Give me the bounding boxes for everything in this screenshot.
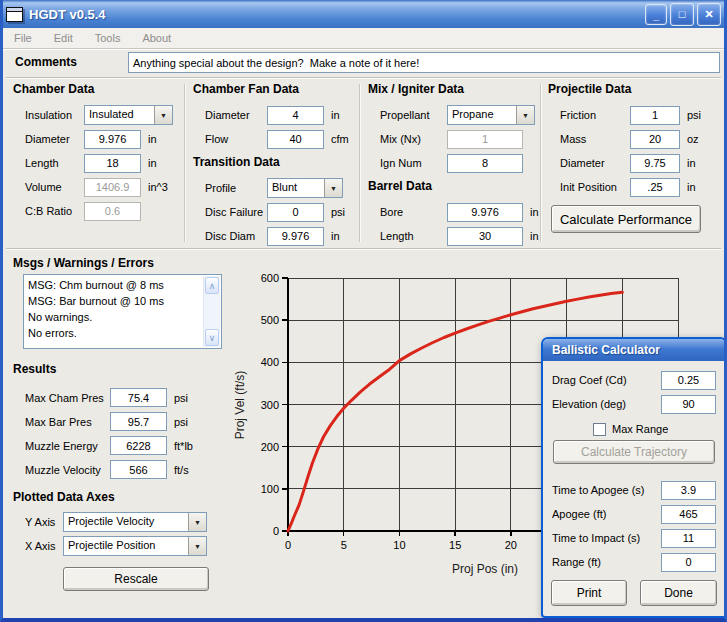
init-position-input[interactable]: .25	[630, 178, 680, 197]
muzzle-energy-row: Muzzle Energy 6228 ft*lb	[13, 436, 228, 455]
svg-text:400: 400	[261, 356, 279, 368]
range-output: 0	[661, 553, 716, 572]
time-to-apogee-row: Time to Apogee (s) 3.9	[552, 480, 716, 500]
divider	[6, 77, 721, 79]
print-button[interactable]: Print	[551, 580, 627, 606]
mix-nx-output: 1	[447, 130, 523, 149]
fan-diameter-input[interactable]: 4	[267, 106, 324, 125]
barrel-data-title: Barrel Data	[368, 179, 540, 193]
dialog-title-bar: Ballistic Calculator	[543, 339, 725, 361]
chamber-diameter-row: Diameter 9.976 in	[13, 129, 185, 149]
disc-failure-input[interactable]: 0	[267, 203, 324, 222]
fan-flow-input[interactable]: 40	[267, 130, 324, 149]
friction-input[interactable]: 1	[630, 106, 680, 125]
chamber-fan-title: Chamber Fan Data	[193, 82, 361, 96]
chamber-diameter-input[interactable]: 9.976	[84, 130, 141, 149]
app-icon	[6, 7, 23, 22]
chamber-length-row: Length 18 in	[13, 153, 185, 173]
chamber-length-input[interactable]: 18	[84, 154, 141, 173]
close-button[interactable]: ✕	[697, 3, 721, 26]
menu-edit[interactable]: Edit	[43, 32, 84, 44]
apogee-output: 465	[661, 505, 716, 524]
insulation-label: Insulation	[13, 109, 84, 121]
max-range-checkbox[interactable]	[593, 423, 606, 436]
mix-igniter-title: Mix / Igniter Data	[368, 82, 540, 96]
section-separator	[540, 84, 542, 242]
muzzle-velocity-row: Muzzle Velocity 566 ft/s	[13, 460, 228, 479]
comments-label: Comments	[15, 55, 77, 69]
elevation-input[interactable]: 90	[661, 395, 716, 414]
svg-text:100: 100	[261, 483, 279, 495]
chamber-data-section: Chamber Data Insulation Insulated ▼ Diam…	[13, 82, 185, 225]
disc-diam-input[interactable]: 9.976	[267, 227, 324, 246]
drag-coef-input[interactable]: 0.25	[661, 371, 716, 390]
ign-num-input[interactable]: 8	[447, 154, 523, 173]
messages-title: Msgs / Warnings / Errors	[13, 256, 154, 270]
menu-about[interactable]: About	[131, 32, 182, 44]
comments-input[interactable]	[128, 52, 720, 73]
profile-row: Profile Blunt ▼	[193, 178, 361, 198]
scrollbar[interactable]: ∧ ∨	[203, 276, 220, 347]
chevron-down-icon[interactable]: ▼	[324, 179, 342, 197]
projectile-diameter-row: Diameter 9.75 in	[548, 153, 718, 173]
mix-nx-row: Mix (Nx) 1	[368, 129, 540, 149]
propellant-dropdown[interactable]: Propane ▼	[447, 105, 535, 125]
time-to-impact-output: 11	[661, 529, 716, 548]
svg-text:20: 20	[505, 539, 517, 551]
chevron-down-icon[interactable]: ▼	[516, 106, 534, 124]
minimize-button[interactable]: _	[645, 4, 667, 25]
y-axis-dropdown[interactable]: Projectile Velocity ▼	[63, 512, 207, 532]
message-line: No errors.	[28, 325, 201, 341]
transition-data-title: Transition Data	[193, 155, 361, 169]
scroll-down-icon[interactable]: ∨	[205, 329, 219, 346]
time-to-impact-row: Time to Impact (s) 11	[552, 528, 716, 548]
max-range-row: Max Range	[593, 419, 716, 439]
svg-text:600: 600	[261, 272, 279, 284]
projectile-diameter-input[interactable]: 9.75	[630, 154, 680, 173]
svg-text:200: 200	[261, 441, 279, 453]
title-bar: HGDT v0.5.4 _ □ ✕	[0, 0, 727, 28]
menu-tools[interactable]: Tools	[84, 32, 132, 44]
ballistic-calculator-dialog: Ballistic Calculator Drag Coef (Cd) 0.25…	[541, 337, 727, 618]
svg-text:Proj Vel (ft/s): Proj Vel (ft/s)	[233, 371, 247, 440]
scroll-up-icon[interactable]: ∧	[205, 277, 219, 294]
mass-input[interactable]: 20	[630, 130, 680, 149]
max-bar-pres-row: Max Bar Pres 95.7 psi	[13, 412, 228, 431]
bore-input[interactable]: 9.976	[447, 203, 523, 222]
chamber-volume-row: Volume 1406.9 in^3	[13, 177, 185, 197]
fan-flow-row: Flow 40 cfm	[193, 129, 361, 149]
propellant-row: Propellant Propane ▼	[368, 105, 540, 125]
rescale-button[interactable]: Rescale	[63, 567, 209, 591]
message-line: No warnings.	[28, 309, 201, 325]
svg-text:Proj Pos (in): Proj Pos (in)	[452, 562, 518, 576]
messages-box[interactable]: MSG: Chm burnout @ 8 ms MSG: Bar burnout…	[23, 274, 222, 349]
barrel-length-input[interactable]: 30	[447, 227, 523, 246]
chevron-down-icon[interactable]: ▼	[188, 537, 206, 555]
results-section: Max Cham Pres 75.4 psi Max Bar Pres 95.7…	[13, 388, 228, 484]
profile-dropdown[interactable]: Blunt ▼	[267, 178, 343, 198]
disc-diam-row: Disc Diam 9.976 in	[193, 226, 361, 246]
maximize-button[interactable]: □	[670, 3, 694, 26]
disc-failure-row: Disc Failure 0 psi	[193, 202, 361, 222]
x-axis-row: X Axis Projectile Position ▼	[13, 536, 228, 556]
max-cham-pres-output: 75.4	[110, 388, 167, 407]
barrel-length-row: Length 30 in	[368, 226, 540, 246]
elevation-row: Elevation (deg) 90	[552, 394, 716, 414]
chevron-down-icon[interactable]: ▼	[154, 106, 172, 124]
message-line: MSG: Bar burnout @ 10 ms	[28, 293, 201, 309]
mix-igniter-section: Mix / Igniter Data Propellant Propane ▼ …	[368, 82, 540, 250]
svg-text:500: 500	[261, 314, 279, 326]
calculate-trajectory-button[interactable]: Calculate Trajectory	[553, 440, 715, 464]
x-axis-dropdown[interactable]: Projectile Position ▼	[63, 536, 207, 556]
menu-file[interactable]: File	[3, 32, 43, 44]
projectile-data-section: Projectile Data Friction 1 psi Mass 20 o…	[548, 82, 718, 201]
insulation-dropdown[interactable]: Insulated ▼	[84, 105, 173, 125]
done-button[interactable]: Done	[640, 580, 717, 606]
plotted-axes-title: Plotted Data Axes	[13, 490, 115, 504]
chevron-down-icon[interactable]: ▼	[188, 513, 206, 531]
calculate-performance-button[interactable]: Calculate Performance	[551, 205, 701, 233]
svg-text:0: 0	[273, 525, 279, 537]
svg-text:300: 300	[261, 399, 279, 411]
window-title: HGDT v0.5.4	[29, 7, 642, 22]
range-row: Range (ft) 0	[552, 552, 716, 572]
